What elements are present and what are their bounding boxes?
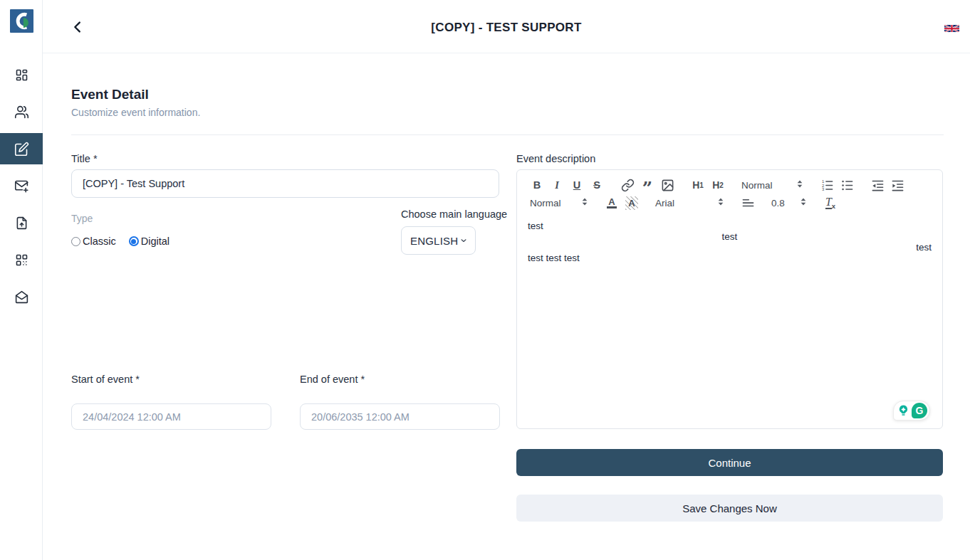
radio-option-classic[interactable]: Classic bbox=[71, 236, 116, 247]
strikethrough-icon: S bbox=[593, 179, 600, 191]
background-color-icon: A bbox=[625, 196, 637, 210]
ordered-list-icon: 1 2 3 bbox=[820, 179, 834, 192]
bold-icon: B bbox=[533, 179, 541, 191]
text-color-button[interactable]: A bbox=[602, 194, 622, 211]
end-date-label: End of event * bbox=[300, 374, 500, 385]
heading2-button[interactable]: H2 bbox=[708, 176, 728, 194]
language-select[interactable]: ENGLISH bbox=[401, 226, 476, 255]
font-select-value: Arial bbox=[655, 198, 674, 208]
radio-classic-label: Classic bbox=[83, 236, 116, 247]
clear-format-icon: Tx bbox=[825, 196, 835, 210]
language-label: Choose main language bbox=[401, 208, 499, 220]
end-date-input[interactable] bbox=[300, 403, 500, 430]
title-label: Title * bbox=[71, 153, 98, 164]
editor-line[interactable]: test bbox=[528, 221, 932, 231]
italic-button[interactable]: I bbox=[547, 176, 567, 194]
bold-button[interactable]: B bbox=[527, 176, 547, 194]
text-color-icon: A bbox=[607, 197, 616, 208]
editor-content[interactable]: test test test test test test bbox=[517, 215, 942, 269]
sidebar-item-qr-code[interactable] bbox=[0, 241, 43, 278]
underline-icon: U bbox=[573, 179, 580, 191]
end-date-field: End of event * bbox=[300, 374, 500, 430]
outdent-button[interactable] bbox=[867, 176, 887, 194]
type-radio-group: Classic Digital bbox=[71, 236, 178, 247]
main-content: Event Detail Customize event information… bbox=[43, 53, 970, 560]
updown-arrows-icon bbox=[581, 197, 588, 208]
background-color-button[interactable]: A bbox=[622, 194, 642, 211]
bullet-list-button[interactable] bbox=[837, 176, 857, 194]
uk-flag-icon bbox=[944, 25, 959, 33]
size-select-value: Normal bbox=[530, 198, 561, 208]
bullet-list-icon bbox=[840, 179, 854, 192]
users-icon bbox=[14, 105, 29, 120]
editor-toolbar: B I U S ” bbox=[517, 170, 942, 215]
paragraph-style-value: Normal bbox=[741, 180, 773, 191]
align-button[interactable] bbox=[738, 194, 758, 211]
radio-option-digital[interactable]: Digital bbox=[129, 236, 170, 247]
sidebar-nav bbox=[0, 56, 43, 315]
start-date-input[interactable] bbox=[71, 403, 271, 430]
grammarly-suggestion-icon bbox=[897, 404, 910, 418]
radio-classic-unchecked[interactable] bbox=[71, 237, 80, 246]
sidebar bbox=[0, 0, 43, 560]
radio-digital-label: Digital bbox=[141, 236, 170, 247]
sidebar-item-mail-add[interactable] bbox=[0, 167, 43, 204]
paragraph-style-select[interactable]: Normal bbox=[739, 176, 806, 194]
heading1-button[interactable]: H1 bbox=[688, 176, 708, 194]
sidebar-item-users[interactable] bbox=[0, 93, 43, 130]
underline-button[interactable]: U bbox=[567, 176, 587, 194]
clear-format-button[interactable]: Tx bbox=[820, 194, 840, 211]
h1-icon: H bbox=[692, 179, 699, 191]
align-icon bbox=[741, 196, 755, 210]
indent-icon bbox=[891, 179, 904, 192]
save-changes-button[interactable]: Save Changes Now bbox=[516, 495, 943, 522]
sidebar-item-edit-event[interactable] bbox=[0, 133, 43, 164]
app-logo[interactable] bbox=[10, 9, 33, 33]
strikethrough-button[interactable]: S bbox=[587, 176, 607, 194]
language-flag-uk[interactable] bbox=[944, 22, 959, 33]
insert-link-button[interactable] bbox=[617, 176, 637, 194]
editor-line[interactable]: test test test bbox=[528, 253, 932, 263]
mail-open-icon bbox=[14, 290, 29, 305]
editor-line[interactable]: test bbox=[528, 231, 932, 242]
chevron-down-icon bbox=[459, 236, 468, 245]
mail-add-icon bbox=[14, 179, 29, 194]
description-label: Event description bbox=[516, 153, 595, 164]
blockquote-button[interactable]: ” bbox=[637, 176, 657, 194]
sidebar-item-dashboard[interactable] bbox=[0, 56, 43, 93]
font-select[interactable]: Arial bbox=[652, 194, 727, 211]
logo-icon bbox=[10, 9, 33, 33]
page-header-title: [COPY] - TEST SUPPORT bbox=[43, 21, 970, 35]
svg-text:3: 3 bbox=[821, 187, 824, 191]
event-form: Title * Type Classic Digital Choose main… bbox=[71, 153, 499, 452]
grammarly-widget[interactable]: G bbox=[893, 401, 930, 421]
updown-arrows-icon bbox=[796, 179, 803, 191]
line-height-value: 0.8 bbox=[771, 198, 785, 208]
type-label: Type bbox=[71, 213, 93, 224]
ordered-list-button[interactable]: 1 2 3 bbox=[817, 176, 837, 194]
grammarly-logo-icon: G bbox=[912, 403, 927, 418]
continue-button[interactable]: Continue bbox=[516, 449, 943, 476]
updown-arrows-icon bbox=[717, 197, 724, 208]
dates-row: Start of event * End of event * bbox=[71, 374, 500, 430]
editor-line[interactable]: test bbox=[528, 242, 932, 253]
start-date-field: Start of event * bbox=[71, 374, 271, 430]
title-input[interactable] bbox=[71, 169, 499, 198]
italic-icon: I bbox=[555, 179, 559, 191]
radio-digital-checked[interactable] bbox=[129, 236, 139, 246]
image-icon bbox=[661, 179, 674, 192]
line-height-select[interactable]: 0.8 bbox=[768, 194, 810, 211]
rich-text-editor: B I U S ” bbox=[516, 169, 943, 429]
page-subtitle: Customize event information. bbox=[71, 107, 200, 118]
size-select[interactable]: Normal bbox=[527, 194, 591, 211]
sidebar-item-mail-open[interactable] bbox=[0, 278, 43, 315]
outdent-icon bbox=[871, 179, 885, 192]
toolbar-row-1: B I U S ” bbox=[527, 176, 934, 194]
start-date-label: Start of event * bbox=[71, 374, 271, 385]
header: [COPY] - TEST SUPPORT bbox=[43, 0, 970, 53]
language-selected-value: ENGLISH bbox=[410, 235, 458, 247]
sidebar-item-file-upload[interactable] bbox=[0, 204, 43, 241]
insert-image-button[interactable] bbox=[657, 176, 677, 194]
indent-button[interactable] bbox=[887, 176, 907, 194]
dashboard-icon bbox=[14, 68, 29, 83]
